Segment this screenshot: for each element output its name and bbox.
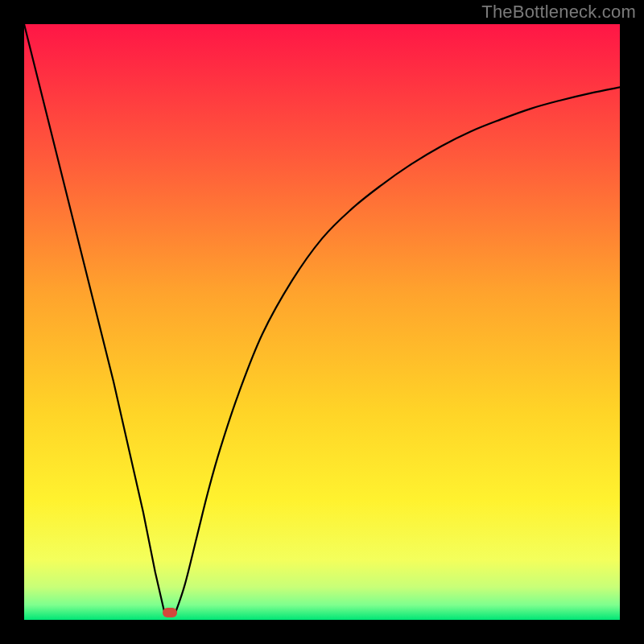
- gradient-rect: [24, 24, 620, 620]
- watermark-text: TheBottleneck.com: [481, 2, 636, 23]
- chart-svg: [24, 24, 620, 620]
- chart-frame: TheBottleneck.com: [0, 0, 644, 644]
- bottleneck-marker: [163, 608, 177, 617]
- plot-area: [24, 24, 620, 620]
